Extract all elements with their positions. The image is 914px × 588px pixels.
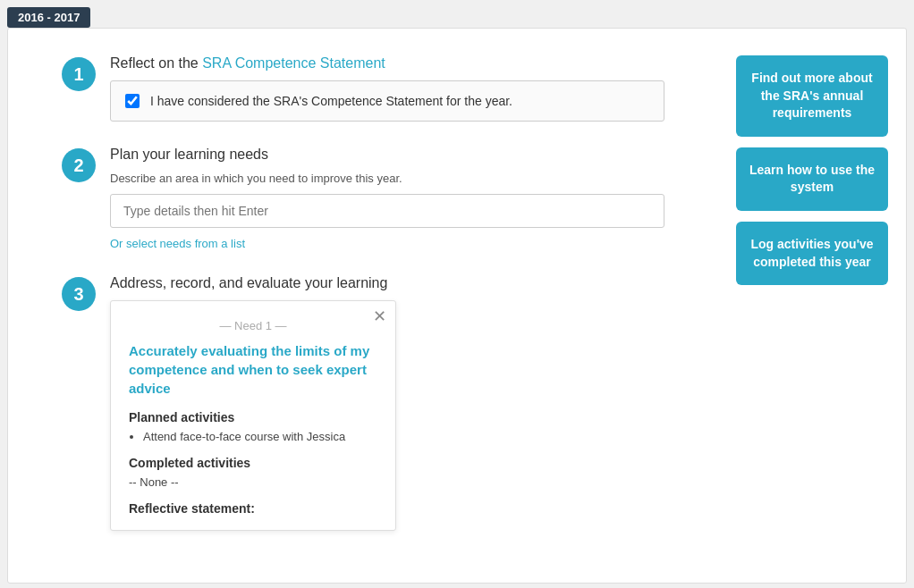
step-3-content: Address, record, and evaluate your learn… [110, 275, 741, 531]
planned-activities-title: Planned activities [129, 410, 377, 424]
step-3: 3 Address, record, and evaluate your lea… [62, 275, 741, 531]
sra-competence-link[interactable]: SRA Competence Statement [202, 55, 385, 71]
sidebar-buttons: Find out more about the SRA's annual req… [736, 55, 888, 285]
checkbox-label: I have considered the SRA's Competence S… [150, 94, 512, 108]
competence-checkbox[interactable] [125, 94, 140, 108]
completed-activities-title: Completed activities [129, 456, 377, 470]
year-badge: 2016 - 2017 [7, 7, 90, 28]
step-2: 2 Plan your learning needs Describe an a… [62, 147, 741, 250]
main-container: 1 Reflect on the SRA Competence Statemen… [7, 28, 907, 584]
learning-needs-input[interactable] [110, 194, 664, 228]
learn-how-button[interactable]: Learn how to use the system [736, 147, 888, 211]
completed-activities-none: -- None -- [129, 475, 377, 489]
need-title: Accurately evaluating the limits of my c… [129, 341, 377, 398]
step-3-title: Address, record, and evaluate your learn… [110, 275, 741, 291]
planned-activities-list: Attend face-to-face course with Jessica [129, 430, 377, 443]
step-2-content: Plan your learning needs Describe an are… [110, 147, 741, 250]
content-area: 1 Reflect on the SRA Competence Statemen… [62, 55, 741, 531]
step-1-title-prefix: Reflect on the [110, 55, 202, 71]
planned-activity-item: Attend face-to-face course with Jessica [143, 430, 377, 443]
popup-close-button[interactable]: ✕ [373, 308, 386, 324]
step-1-title: Reflect on the SRA Competence Statement [110, 55, 741, 71]
step-3-number: 3 [62, 277, 96, 311]
checkbox-box: I have considered the SRA's Competence S… [110, 80, 664, 122]
step-2-number: 2 [62, 148, 96, 182]
need-label: — Need 1 — [129, 319, 377, 332]
or-select-link[interactable]: Or select needs from a list [110, 237, 245, 250]
step-1: 1 Reflect on the SRA Competence Statemen… [62, 55, 741, 122]
step-1-content: Reflect on the SRA Competence Statement … [110, 55, 741, 122]
need-popup: ✕ — Need 1 — Accurately evaluating the l… [110, 300, 396, 531]
find-out-more-button[interactable]: Find out more about the SRA's annual req… [736, 55, 888, 137]
step-2-title: Plan your learning needs [110, 147, 741, 163]
log-activities-button[interactable]: Log activities you've completed this yea… [736, 222, 888, 285]
reflective-statement-title: Reflective statement: [129, 501, 377, 516]
step-2-subtitle: Describe an area in which you need to im… [110, 172, 741, 185]
step-1-number: 1 [62, 57, 96, 91]
